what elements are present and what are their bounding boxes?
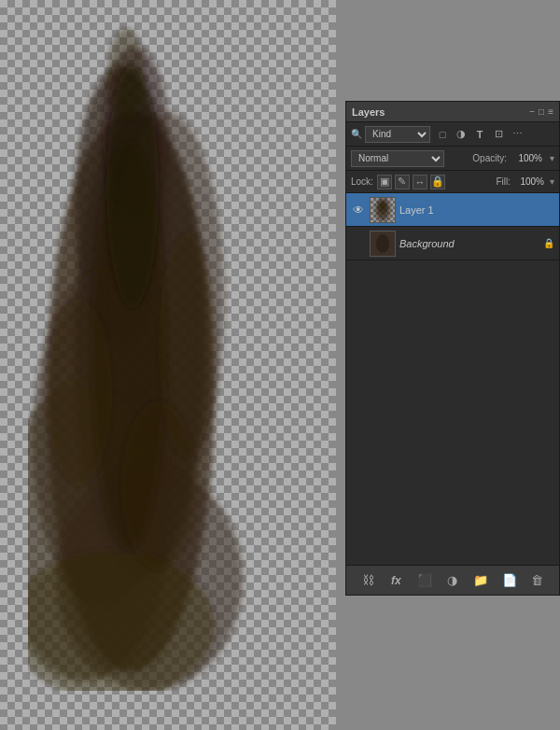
svg-point-13 bbox=[47, 299, 112, 485]
lock-image-icon[interactable]: ✎ bbox=[395, 175, 410, 190]
svg-point-18 bbox=[376, 234, 389, 253]
collapse-icon[interactable]: − bbox=[529, 106, 535, 117]
layer-name-layer1: Layer 1 bbox=[399, 204, 554, 216]
fill-label: Fill: bbox=[496, 176, 511, 187]
menu-icon[interactable]: ≡ bbox=[548, 106, 553, 117]
lock-position-icon[interactable]: ↔ bbox=[413, 175, 427, 190]
layer-item-background[interactable]: Background 🔒 bbox=[346, 227, 559, 260]
fx-icon[interactable]: fx bbox=[385, 570, 406, 591]
opacity-value: 100% bbox=[512, 153, 542, 163]
panel-header: Layers − □ ≡ bbox=[346, 102, 559, 122]
panel-header-icons: − □ ≡ bbox=[529, 106, 553, 117]
background-lock-icon: 🔒 bbox=[543, 238, 554, 248]
svg-point-11 bbox=[106, 65, 159, 308]
text-filter-icon[interactable]: T bbox=[472, 127, 487, 142]
opacity-chevron[interactable]: ▾ bbox=[550, 153, 554, 163]
pixel-filter-icon[interactable]: □ bbox=[435, 127, 450, 142]
svg-point-14 bbox=[121, 401, 196, 569]
adjustment-filter-icon[interactable]: ◑ bbox=[454, 127, 469, 142]
canvas-area bbox=[0, 0, 336, 730]
layers-panel: Layers − □ ≡ 🔍 Kind □ ◑ T ⊡ ⋯ Normal Opa… bbox=[345, 101, 560, 596]
lock-label: Lock: bbox=[351, 176, 373, 187]
layer-thumb-layer1 bbox=[370, 197, 396, 223]
visibility-empty-background[interactable] bbox=[351, 236, 366, 251]
scroll-area bbox=[346, 260, 559, 354]
opacity-label: Opacity: bbox=[472, 153, 507, 163]
mask-icon[interactable]: ⬛ bbox=[414, 570, 435, 591]
fill-value: 100% bbox=[514, 176, 544, 187]
lock-row: Lock: ▣ ✎ ↔ 🔒 Fill: 100% ▾ bbox=[346, 171, 559, 193]
blend-row: Normal Opacity: 100% ▾ bbox=[346, 147, 559, 171]
kind-select[interactable]: Kind bbox=[365, 126, 430, 143]
blend-mode-select[interactable]: Normal bbox=[351, 150, 444, 167]
shape-filter-icon[interactable]: ⊡ bbox=[491, 127, 506, 142]
smoke-image bbox=[28, 19, 271, 691]
layer-item-layer1[interactable]: 👁 Layer 1 bbox=[346, 193, 559, 227]
group-icon[interactable]: 📁 bbox=[470, 570, 491, 591]
search-icon: 🔍 bbox=[351, 129, 362, 139]
delete-icon[interactable]: 🗑 bbox=[527, 570, 548, 591]
visibility-eye-layer1[interactable]: 👁 bbox=[351, 203, 366, 218]
filter-icons-row: □ ◑ T ⊡ ⋯ bbox=[435, 127, 525, 142]
expand-icon[interactable]: □ bbox=[539, 106, 544, 117]
layer-thumb-background bbox=[370, 231, 396, 257]
lock-icons: ▣ ✎ ↔ 🔒 bbox=[377, 175, 445, 190]
link-icon[interactable]: ⛓ bbox=[357, 570, 378, 591]
smartobj-filter-icon[interactable]: ⋯ bbox=[510, 127, 525, 142]
svg-point-16 bbox=[378, 200, 387, 213]
adjustment-icon[interactable]: ◑ bbox=[442, 570, 463, 591]
layer-name-background: Background bbox=[399, 238, 539, 249]
panel-title: Layers bbox=[352, 106, 385, 118]
lock-pixels-icon[interactable]: ▣ bbox=[377, 175, 392, 190]
layers-list: 👁 Layer 1 Background 🔒 bbox=[346, 193, 559, 260]
fill-chevron[interactable]: ▾ bbox=[550, 176, 554, 187]
lock-all-icon[interactable]: 🔒 bbox=[430, 175, 445, 190]
bottom-toolbar: ⛓ fx ⬛ ◑ 📁 📄 🗑 bbox=[346, 565, 559, 595]
filter-row: 🔍 Kind □ ◑ T ⊡ ⋯ bbox=[346, 122, 559, 147]
new-layer-icon[interactable]: 📄 bbox=[499, 570, 520, 591]
